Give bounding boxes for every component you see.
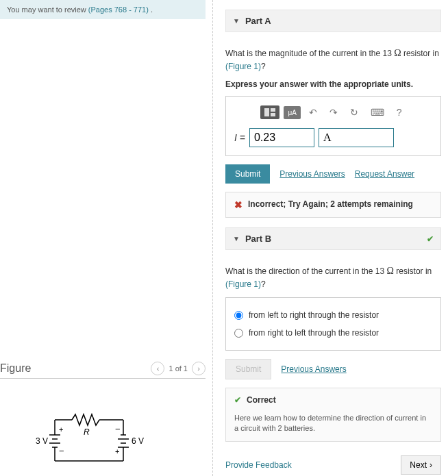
unit-input[interactable] <box>319 128 394 147</box>
svg-rect-21 <box>271 113 275 116</box>
submit-button[interactable]: Submit <box>225 164 270 184</box>
check-icon: ✔ <box>427 234 434 244</box>
part-a-title: Part A <box>245 16 271 26</box>
redo-icon[interactable]: ↷ <box>325 105 342 120</box>
provide-feedback-link[interactable]: Provide Feedback <box>225 460 292 470</box>
figure-header: Figure ‹ 1 of 1 › <box>0 362 206 379</box>
part-a-instruction: Express your answer with the appropriate… <box>225 79 441 89</box>
variable-label: I = <box>234 132 245 143</box>
part-a-header[interactable]: ▼ Part A <box>225 10 441 32</box>
circuit-figure: R + − 3 V − + 6 V <box>34 406 212 476</box>
option-2-label: from right to left through the resistor <box>249 328 379 338</box>
svg-rect-19 <box>264 108 269 116</box>
figure-prev-button[interactable]: ‹ <box>151 362 164 375</box>
feedback-incorrect: ✖ Incorrect; Try Again; 2 attempts remai… <box>225 192 441 218</box>
keyboard-icon[interactable]: ⌨ <box>366 105 388 120</box>
radio-options: from left to right through the resistor … <box>225 297 441 351</box>
submit-button-disabled: Submit <box>225 359 271 379</box>
chevron-right-icon: › <box>430 460 432 470</box>
part-b-question: What is the direction of the current in … <box>225 264 441 290</box>
templates-button[interactable] <box>260 105 279 119</box>
figure-position: 1 of 1 <box>169 364 188 373</box>
previous-answers-link[interactable]: Previous Answers <box>281 364 346 374</box>
option-1-label: from left to right through the resistor <box>249 310 379 320</box>
part-a-question: What is the magnitude of the current in … <box>225 46 441 73</box>
feedback-correct: ✔ Correct Here we learn how to determine… <box>225 388 441 442</box>
reset-icon[interactable]: ↻ <box>346 105 362 120</box>
left-battery-label: 3 V <box>36 436 48 446</box>
svg-rect-20 <box>271 108 275 112</box>
review-suffix: . <box>151 5 153 14</box>
correct-label: Correct <box>247 395 276 405</box>
figure-title: Figure <box>0 362 31 375</box>
next-button[interactable]: Next › <box>401 455 441 475</box>
check-icon: ✔ <box>234 395 241 405</box>
units-button[interactable]: μA <box>284 106 300 119</box>
request-answer-link[interactable]: Request Answer <box>355 169 414 179</box>
radio-option-1[interactable] <box>234 311 243 320</box>
correct-explanation: Here we learn how to determine the direc… <box>234 413 432 434</box>
help-icon[interactable]: ? <box>393 105 406 120</box>
feedback-text: Incorrect; Try Again; 2 attempts remaini… <box>248 199 413 209</box>
review-prefix: You may want to review <box>7 5 88 14</box>
review-pages-link[interactable]: (Pages 768 - 771) <box>88 5 149 14</box>
value-input[interactable] <box>249 128 314 147</box>
review-banner: You may want to review (Pages 768 - 771)… <box>0 0 206 19</box>
caret-down-icon: ▼ <box>233 17 240 25</box>
caret-down-icon: ▼ <box>233 235 240 242</box>
undo-icon[interactable]: ↶ <box>305 105 321 120</box>
svg-text:+: + <box>115 447 119 455</box>
part-b-title: Part B <box>245 234 271 244</box>
svg-text:−: − <box>59 446 64 456</box>
figure-link[interactable]: (Figure 1) <box>225 62 261 71</box>
figure-next-button[interactable]: › <box>192 362 206 375</box>
part-b-header[interactable]: ▼ Part B ✔ <box>225 227 441 250</box>
right-battery-label: 6 V <box>132 436 144 446</box>
figure-link[interactable]: (Figure 1) <box>225 279 261 289</box>
svg-text:−: − <box>115 424 121 434</box>
previous-answers-link[interactable]: Previous Answers <box>279 169 345 179</box>
answer-box: μA ↶ ↷ ↻ ⌨ ? I = <box>225 96 441 156</box>
svg-text:+: + <box>59 425 63 434</box>
resistor-label: R <box>84 427 90 437</box>
radio-option-2[interactable] <box>234 329 243 338</box>
x-icon: ✖ <box>234 199 242 210</box>
